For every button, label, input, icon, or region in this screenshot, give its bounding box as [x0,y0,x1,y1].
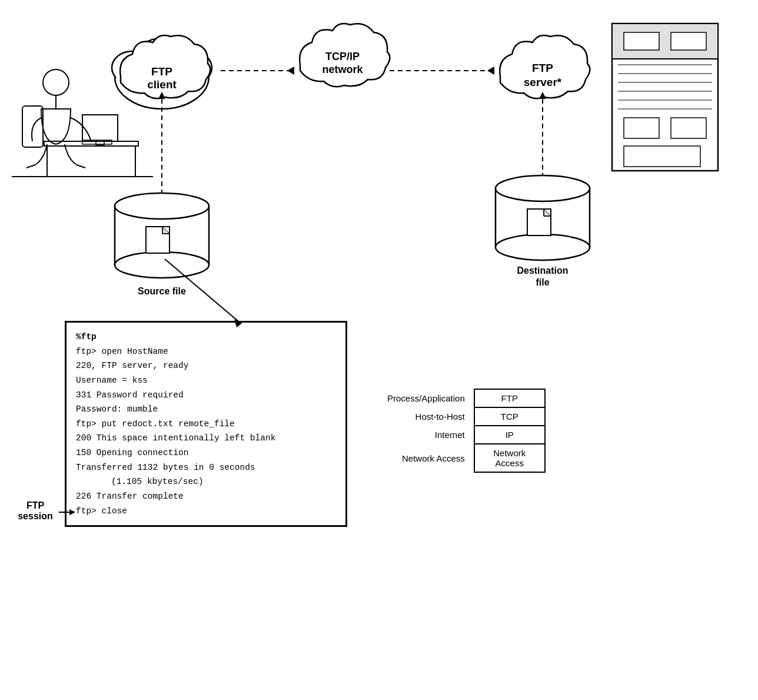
svg-marker-42 [287,67,294,75]
svg-rect-29 [624,32,659,50]
layer-label-internet: Internet [377,426,474,444]
protocol-tcp: TCP [474,407,545,426]
protocol-row-internet: Internet IP [377,426,545,444]
svg-text:server*: server* [524,76,562,88]
svg-text:network: network [322,64,363,75]
protocol-network-access: Network Access [474,444,545,472]
terminal-line-13: ftp> close [76,504,336,519]
svg-text:TCP/IP: TCP/IP [325,51,360,62]
terminal-line-9: 150 Opening connection [76,446,336,460]
svg-rect-4 [82,115,118,141]
svg-point-58 [496,234,590,260]
terminal-line-7: ftp> put redoct.txt remote_file [76,417,336,432]
terminal-line-5: 331 Password required [76,388,336,403]
svg-point-57 [496,175,590,201]
protocol-row-network: Network Access Network Access [377,444,545,472]
svg-text:file: file [536,277,549,287]
svg-text:FTP: FTP [151,65,172,78]
protocol-ip: IP [474,426,545,444]
terminal-line-6: Password: mumble [76,402,336,417]
protocol-row-host: Host-to-Host TCP [377,407,545,426]
svg-text:FTP: FTP [532,62,553,74]
protocol-row-process: Process/Application FTP [377,389,545,407]
svg-text:client: client [147,78,177,91]
svg-rect-30 [671,32,706,50]
ftp-session-label: FTPsession [12,500,59,522]
svg-line-10 [77,165,85,168]
terminal-line-11: (1.105 kbytes/sec) [76,475,336,489]
terminal-line-12: 226 Transfer complete [76,489,336,504]
svg-text:Destination: Destination [517,266,568,276]
terminal-line-10: Transferred 1132 bytes in 0 seconds [76,460,336,475]
layer-label-network: Network Access [377,444,474,472]
terminal-line-4: Username = kss [76,373,336,388]
svg-rect-39 [624,146,700,167]
svg-marker-43 [487,67,494,75]
svg-point-7 [43,69,69,95]
main-container: FTP client TCP/IP network FTP server* [0,0,758,700]
protocol-ftp: FTP [474,389,545,407]
svg-marker-68 [69,509,75,515]
svg-rect-38 [671,118,706,138]
terminal-line-8: 200 This space intentionally left blank [76,431,336,446]
svg-line-65 [165,259,241,324]
svg-line-9 [26,165,35,168]
svg-rect-37 [624,118,659,138]
layer-label-host: Host-to-Host [377,407,474,426]
terminal-line-2: ftp> open HostName [76,344,336,359]
terminal-box: %ftp ftp> open HostName 220, FTP server,… [65,321,347,527]
layer-label-process: Process/Application [377,389,474,407]
svg-point-49 [115,193,209,219]
terminal-line-3: 220, FTP server, ready [76,359,336,373]
